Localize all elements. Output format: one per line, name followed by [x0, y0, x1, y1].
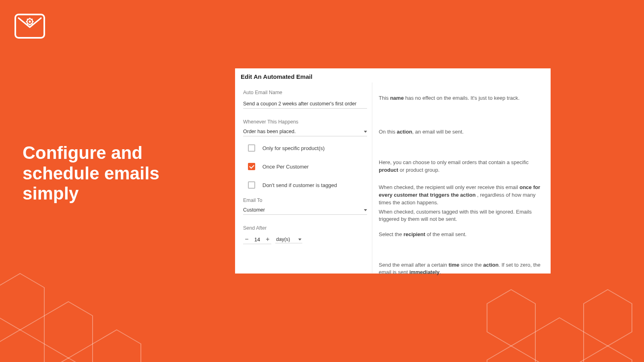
app-logo: [14, 14, 45, 39]
edit-automated-email-dialog: Edit An Automated Email Auto Email Name …: [233, 67, 552, 275]
chevron-down-icon: [364, 209, 367, 211]
email-to-label: Email To: [243, 197, 367, 203]
envelope-gear-icon: [16, 15, 43, 37]
svg-point-1: [29, 21, 31, 23]
hex-decoration-left: [0, 257, 161, 362]
auto-email-name-label: Auto Email Name: [243, 90, 367, 95]
svg-marker-10: [0, 274, 44, 330]
send-after-stepper[interactable]: − 14 +: [243, 235, 271, 244]
field-auto-email-name: Auto Email Name: [243, 90, 367, 109]
option-once-per-customer[interactable]: Once Per Customer: [243, 163, 367, 170]
plus-icon[interactable]: +: [265, 236, 270, 243]
help-name: This name has no effect on the emails. I…: [379, 95, 545, 114]
svg-marker-15: [487, 290, 535, 346]
svg-marker-18: [487, 346, 535, 362]
option-specific-product[interactable]: Only for specific product(s): [243, 144, 367, 152]
trigger-label: Whenever This Happens: [243, 119, 367, 125]
svg-marker-17: [584, 290, 632, 346]
form-column: Auto Email Name Whenever This Happens Or…: [243, 82, 372, 273]
svg-marker-12: [0, 330, 44, 362]
svg-line-8: [27, 24, 28, 25]
svg-line-6: [27, 19, 28, 20]
send-after-value: 14: [254, 237, 261, 243]
svg-marker-14: [44, 358, 93, 362]
minus-icon[interactable]: −: [244, 236, 250, 243]
svg-line-7: [32, 19, 33, 20]
help-recipient: Select the recipient of the email sent.: [379, 231, 545, 250]
checkbox-unchecked-icon: [248, 144, 255, 152]
help-column: This name has no effect on the emails. I…: [372, 82, 545, 273]
svg-marker-19: [584, 346, 632, 362]
dialog-title: Edit An Automated Email: [235, 68, 551, 82]
help-trigger: On this action, an email will be sent.: [379, 128, 545, 148]
email-to-select[interactable]: Customer: [243, 207, 367, 215]
option-dont-send-tagged[interactable]: Don't send if customer is tagged: [243, 181, 367, 189]
help-once-per-customer: When checked, the recipient will only ev…: [379, 184, 545, 207]
auto-email-name-input[interactable]: [243, 99, 367, 109]
svg-marker-13: [93, 330, 141, 362]
checkbox-checked-icon: [248, 163, 255, 170]
send-after-label: Send After: [243, 225, 367, 231]
svg-line-9: [32, 24, 33, 25]
svg-marker-11: [44, 302, 93, 358]
field-trigger: Whenever This Happens Order has been pla…: [243, 119, 367, 136]
chevron-down-icon: [364, 131, 367, 133]
help-product: Here, you can choose to only email order…: [379, 159, 545, 178]
checkbox-unchecked-icon: [248, 181, 255, 189]
help-tagged: When checked, customers tagged with this…: [379, 208, 545, 224]
field-email-to: Email To Customer: [243, 197, 367, 215]
help-send-after: Send the email after a certain time sinc…: [379, 261, 545, 281]
trigger-select[interactable]: Order has been placed.: [243, 129, 367, 136]
send-after-unit-select[interactable]: day(s): [275, 236, 302, 243]
field-send-after: Send After − 14 + day(s): [243, 225, 367, 244]
svg-marker-16: [535, 318, 584, 362]
chevron-down-icon: [298, 239, 301, 241]
page-headline: Configure and schedule emails simply: [23, 143, 200, 204]
